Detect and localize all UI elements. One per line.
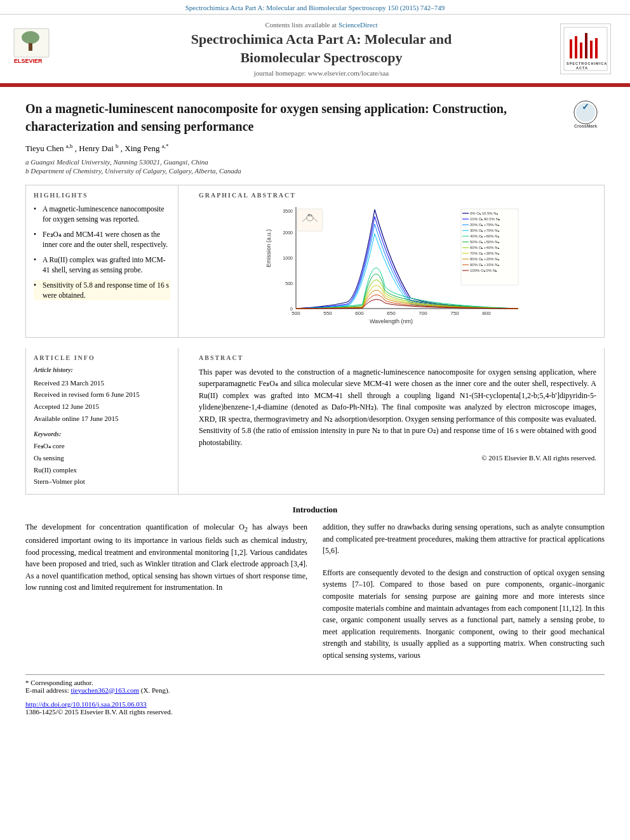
- svg-rect-9: [590, 41, 593, 58]
- svg-rect-33: [297, 209, 323, 231]
- highlights-column: HIGHLIGHTS A magnetic-luminescence nanoc…: [26, 185, 178, 337]
- introduction-right-column: addition, they suffer no drawbacks durin…: [323, 521, 605, 662]
- intro-right-para1: addition, they suffer no drawbacks durin…: [323, 521, 605, 557]
- journal-reference-text: Spectrochimica Acta Part A: Molecular an…: [185, 4, 445, 11]
- svg-text:0: 0: [290, 307, 293, 311]
- main-content: On a magnetic-luminescent nanocomposite …: [0, 87, 630, 728]
- svg-text:Emission (a.u.): Emission (a.u.): [265, 229, 272, 267]
- svg-text:3500: 3500: [283, 209, 293, 213]
- svg-text:CrossMark: CrossMark: [574, 124, 597, 128]
- svg-text:ACTA: ACTA: [576, 66, 588, 70]
- svg-rect-10: [595, 38, 598, 58]
- svg-text:20% O₂ +79% N₂: 20% O₂ +79% N₂: [470, 223, 500, 227]
- journal-header: ELSEVIER Contents lists available at Sci…: [0, 15, 630, 84]
- article-history-label: Article history:: [34, 366, 170, 373]
- svg-rect-5: [570, 39, 572, 58]
- intro-right-para2: Efforts are consequently devoted to the …: [323, 567, 605, 662]
- svg-rect-2: [29, 43, 32, 51]
- journal-homepage: journal homepage: www.elsevier.com/locat…: [83, 69, 560, 77]
- emission-chart-svg: Emission (a.u.) 500 550 600 650 700 750 …: [199, 204, 596, 331]
- svg-point-1: [22, 31, 39, 44]
- author-henry: , Henry Dai: [75, 144, 116, 154]
- received-revised-date: Received in revised form 6 June 2015: [34, 389, 170, 401]
- introduction-section: Introduction The development for concent…: [25, 505, 605, 662]
- svg-text:ELSEVIER: ELSEVIER: [14, 58, 43, 64]
- intro-left-text: The development for concentration quanti…: [25, 521, 307, 594]
- keyword-4: Stern–Volmer plot: [34, 476, 170, 488]
- keywords-label: Keywords:: [34, 430, 170, 437]
- copyright-text: © 2015 Elsevier B.V. All rights reserved…: [199, 454, 596, 462]
- author-xing: , Xing Peng: [121, 144, 162, 154]
- highlights-graphical-section: HIGHLIGHTS A magnetic-luminescence nanoc…: [25, 185, 605, 338]
- highlights-list: A magnetic-luminescence nanocomposite fo…: [34, 204, 170, 301]
- svg-text:70% O₂ +30% N₂: 70% O₂ +30% N₂: [470, 251, 500, 255]
- svg-rect-7: [580, 43, 582, 58]
- author-tieyu: Tieyu Chen: [25, 144, 66, 154]
- svg-text:30% O₂ +70% N₂: 30% O₂ +70% N₂: [470, 229, 500, 232]
- svg-rect-6: [575, 36, 577, 58]
- available-date: Available online 17 June 2015: [34, 413, 170, 425]
- highlights-label: HIGHLIGHTS: [34, 192, 170, 199]
- affiliation-b: b Department of Chemistry, University of…: [25, 167, 605, 175]
- svg-text:50% O₂ +50% N₂: 50% O₂ +50% N₂: [470, 240, 500, 244]
- svg-text:10% O₂ 90.5% N₂: 10% O₂ 90.5% N₂: [470, 217, 500, 221]
- keyword-2: O₂ sensing: [34, 452, 170, 464]
- svg-text:2000: 2000: [283, 230, 293, 235]
- email-line: E-mail address: tieyuchen362@163.com (X.…: [25, 686, 605, 694]
- keywords-list: Fe₃O₄ core O₂ sensing Ru(II) complex Ste…: [34, 440, 170, 488]
- article-info-label: ARTICLE INFO: [34, 354, 170, 361]
- sciencedirect-info: Contents lists available at ScienceDirec…: [83, 21, 560, 29]
- svg-text:Wavelength (nm): Wavelength (nm): [370, 318, 413, 324]
- svg-text:80% O₂ +20% N₂: 80% O₂ +20% N₂: [470, 257, 500, 261]
- introduction-left-column: The development for concentration quanti…: [25, 521, 307, 662]
- svg-text:500: 500: [285, 281, 293, 286]
- introduction-heading: Introduction: [25, 505, 605, 515]
- svg-text:Ru: Ru: [308, 213, 312, 217]
- highlight-item-1: A magnetic-luminescence nanocomposite fo…: [34, 204, 170, 224]
- article-title-text: On a magnetic-luminescent nanocomposite …: [25, 102, 507, 133]
- article-title-section: On a magnetic-luminescent nanocomposite …: [25, 100, 605, 135]
- received-date: Received 23 March 2015: [34, 377, 170, 389]
- authors-line: Tieyu Chen a,b , Henry Dai b , Xing Peng…: [25, 143, 605, 154]
- svg-text:100% O₂ 0% N₂: 100% O₂ 0% N₂: [470, 269, 497, 272]
- article-dates: Received 23 March 2015 Received in revis…: [34, 377, 170, 425]
- svg-text:550: 550: [323, 310, 332, 316]
- graphical-abstract-column: GRAPHICAL ABSTRACT Emission (a.u.) 500 5…: [191, 185, 604, 337]
- abstract-text: This paper was devoted to the constructi…: [199, 366, 596, 449]
- elsevier-logo-svg: ELSEVIER: [13, 27, 76, 69]
- affiliations: a Guangxi Medical University, Nanning 53…: [25, 158, 605, 175]
- author-email-link[interactable]: tieyuchen362@163.com: [70, 686, 139, 694]
- elsevier-logo-area: ELSEVIER: [13, 27, 83, 71]
- sciencedirect-link[interactable]: ScienceDirect: [338, 21, 378, 29]
- keyword-3: Ru(II) complex: [34, 464, 170, 476]
- highlight-item-2: Fe₃O₄ and MCM-41 were chosen as the inne…: [34, 229, 170, 250]
- svg-text:650: 650: [387, 310, 396, 316]
- doi-link[interactable]: http://dx.doi.org/10.1016/j.saa.2015.06.…: [25, 700, 147, 708]
- journal-logo-box: SPECTROCHIMICA ACTA: [560, 23, 611, 74]
- svg-text:700: 700: [419, 310, 427, 316]
- crossmark-svg: ✓ CrossMark: [570, 100, 601, 135]
- affiliation-a: a Guangxi Medical University, Nanning 53…: [25, 158, 605, 166]
- journal-logo-svg: SPECTROCHIMICA ACTA: [563, 27, 608, 71]
- svg-rect-8: [585, 33, 587, 58]
- corresponding-author-note: * Corresponding author.: [25, 679, 605, 686]
- highlight-item-4: Sensitivity of 5.8 and response time of …: [34, 280, 170, 300]
- abstract-column: ABSTRACT This paper was devoted to the c…: [191, 348, 604, 495]
- svg-text:40% O₂ +60% N₂: 40% O₂ +60% N₂: [470, 234, 500, 238]
- journal-right-logo-area: SPECTROCHIMICA ACTA: [560, 23, 617, 74]
- abstract-label: ABSTRACT: [199, 354, 596, 361]
- accepted-date: Accepted 12 June 2015: [34, 401, 170, 413]
- svg-text:1000: 1000: [283, 256, 293, 260]
- svg-text:90% O₂ +10% N₂: 90% O₂ +10% N₂: [470, 263, 500, 267]
- crossmark-logo: ✓ CrossMark: [566, 100, 605, 139]
- introduction-columns: The development for concentration quanti…: [25, 521, 605, 662]
- svg-text:SPECTROCHIMICA: SPECTROCHIMICA: [566, 62, 607, 65]
- svg-text:60% O₂ +40% N₂: 60% O₂ +40% N₂: [470, 246, 500, 250]
- keyword-1: Fe₃O₄ core: [34, 440, 170, 452]
- footnote-area: * Corresponding author. E-mail address: …: [25, 674, 605, 694]
- journal-center-info: Contents lists available at ScienceDirec…: [83, 21, 560, 77]
- svg-text:500: 500: [292, 310, 300, 316]
- journal-reference-bar: Spectrochimica Acta Part A: Molecular an…: [0, 0, 630, 15]
- graphical-abstract-label: GRAPHICAL ABSTRACT: [199, 192, 596, 199]
- svg-text:600: 600: [355, 310, 364, 316]
